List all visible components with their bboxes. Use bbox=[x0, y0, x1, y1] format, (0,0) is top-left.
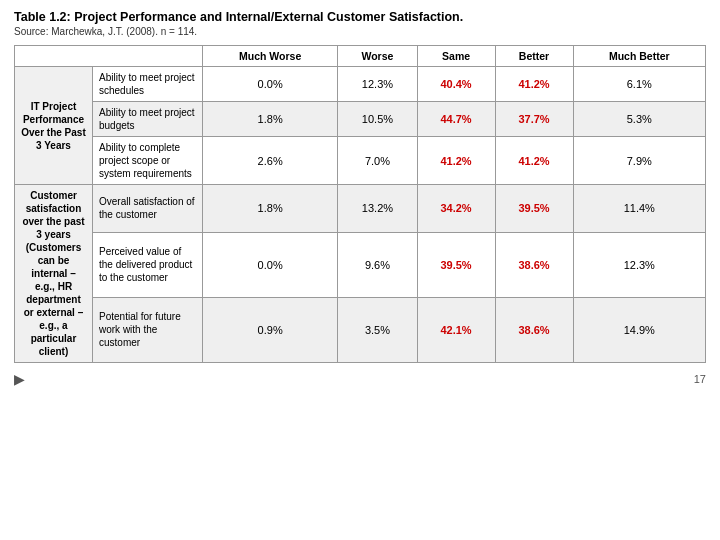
cell-same-1-1: 39.5% bbox=[417, 232, 495, 297]
cell-much_worse-0-1: 1.8% bbox=[203, 102, 338, 137]
cell-much_worse-0-2: 2.6% bbox=[203, 137, 338, 185]
table-row: IT Project Performance Over the Past 3 Y… bbox=[15, 67, 706, 102]
table-row: Perceived value of the delivered product… bbox=[15, 232, 706, 297]
cell-much_worse-1-1: 0.0% bbox=[203, 232, 338, 297]
col-much-worse: Much Worse bbox=[203, 46, 338, 67]
page-number: 17 bbox=[694, 373, 706, 385]
cell-same-1-2: 42.1% bbox=[417, 297, 495, 362]
table-row: Customer satisfaction over the past 3 ye… bbox=[15, 185, 706, 233]
cell-much_worse-1-2: 0.9% bbox=[203, 297, 338, 362]
cell-worse-1-1: 9.6% bbox=[338, 232, 417, 297]
cell-same-0-0: 40.4% bbox=[417, 67, 495, 102]
cell-much_better-0-2: 7.9% bbox=[573, 137, 705, 185]
cell-worse-1-2: 3.5% bbox=[338, 297, 417, 362]
cell-much_better-0-0: 6.1% bbox=[573, 67, 705, 102]
row-inner-label-0-0: Ability to meet project schedules bbox=[93, 67, 203, 102]
row-inner-label-0-1: Ability to meet project budgets bbox=[93, 102, 203, 137]
cell-worse-0-2: 7.0% bbox=[338, 137, 417, 185]
nav-arrow[interactable]: ▶ bbox=[14, 371, 25, 387]
cell-better-1-2: 38.6% bbox=[495, 297, 573, 362]
cell-much_worse-0-0: 0.0% bbox=[203, 67, 338, 102]
table-row: Ability to meet project budgets1.8%10.5%… bbox=[15, 102, 706, 137]
cell-better-0-0: 41.2% bbox=[495, 67, 573, 102]
cell-much_better-1-1: 12.3% bbox=[573, 232, 705, 297]
row-inner-label-1-2: Potential for future work with the custo… bbox=[93, 297, 203, 362]
cell-much_better-1-0: 11.4% bbox=[573, 185, 705, 233]
col-same: Same bbox=[417, 46, 495, 67]
col-better: Better bbox=[495, 46, 573, 67]
cell-same-0-1: 44.7% bbox=[417, 102, 495, 137]
col-worse: Worse bbox=[338, 46, 417, 67]
row-inner-label-0-2: Ability to complete project scope or sys… bbox=[93, 137, 203, 185]
row-inner-label-1-0: Overall satisfaction of the customer bbox=[93, 185, 203, 233]
section-outer-label-0: IT Project Performance Over the Past 3 Y… bbox=[15, 67, 93, 185]
page-title: Table 1.2: Project Performance and Inter… bbox=[14, 10, 706, 24]
cell-better-0-1: 37.7% bbox=[495, 102, 573, 137]
cell-same-1-0: 34.2% bbox=[417, 185, 495, 233]
cell-better-0-2: 41.2% bbox=[495, 137, 573, 185]
cell-worse-0-1: 10.5% bbox=[338, 102, 417, 137]
cell-better-1-0: 39.5% bbox=[495, 185, 573, 233]
cell-same-0-2: 41.2% bbox=[417, 137, 495, 185]
row-inner-label-1-1: Perceived value of the delivered product… bbox=[93, 232, 203, 297]
source-label: Source: Marchewka, J.T. (2008). n = 114. bbox=[14, 26, 706, 37]
table-row: Ability to complete project scope or sys… bbox=[15, 137, 706, 185]
cell-better-1-1: 38.6% bbox=[495, 232, 573, 297]
col-much-better: Much Better bbox=[573, 46, 705, 67]
cell-much_better-0-1: 5.3% bbox=[573, 102, 705, 137]
cell-much_worse-1-0: 1.8% bbox=[203, 185, 338, 233]
table-row: Potential for future work with the custo… bbox=[15, 297, 706, 362]
cell-worse-1-0: 13.2% bbox=[338, 185, 417, 233]
cell-worse-0-0: 12.3% bbox=[338, 67, 417, 102]
section-outer-label-1: Customer satisfaction over the past 3 ye… bbox=[15, 185, 93, 363]
cell-much_better-1-2: 14.9% bbox=[573, 297, 705, 362]
